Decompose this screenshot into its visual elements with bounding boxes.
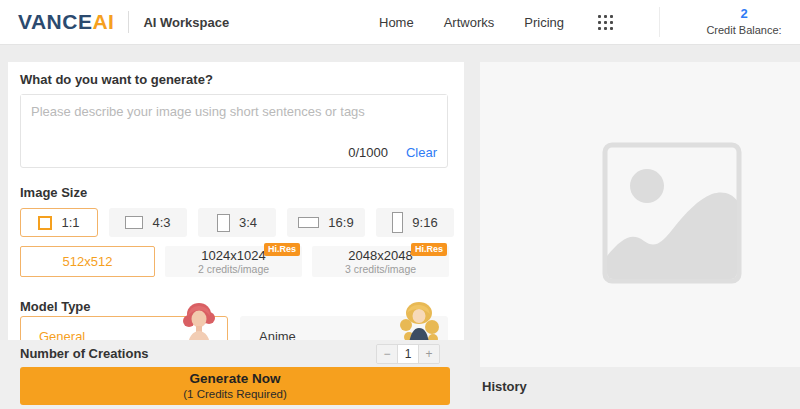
- nav-home[interactable]: Home: [379, 15, 414, 30]
- portrait-ratio-icon: [217, 214, 230, 232]
- credit-balance-label: Credit Balance:: [694, 23, 794, 37]
- aspect-label: 4:3: [152, 215, 170, 230]
- aspect-label: 16:9: [328, 215, 353, 230]
- generate-label: Generate Now: [20, 371, 450, 387]
- wide-ratio-icon: [298, 217, 319, 228]
- resolution-row: 512x512 1024x1024 2 credits/image Hi.Res…: [20, 246, 449, 277]
- resolution-2048-button[interactable]: 2048x2048 3 credits/image Hi.Res: [312, 246, 449, 277]
- generation-panel: What do you want to generate? 0/1000 Cle…: [8, 62, 464, 340]
- preview-panel: [480, 62, 800, 367]
- workspace-title: AI Workspace: [143, 15, 229, 30]
- aspect-label: 3:4: [239, 215, 257, 230]
- generate-now-button[interactable]: Generate Now (1 Credits Required): [20, 367, 450, 405]
- logo-divider: [128, 11, 129, 33]
- aspect-label: 1:1: [61, 215, 79, 230]
- prompt-question: What do you want to generate?: [20, 72, 213, 87]
- nav-pricing[interactable]: Pricing: [524, 15, 564, 30]
- resolution-label: 2048x2048: [348, 249, 412, 263]
- header-nav: Home Artworks Pricing 2 Credit Balance:: [379, 6, 800, 37]
- resolution-label: 512x512: [63, 255, 113, 269]
- generate-credits-note: (1 Credits Required): [20, 387, 450, 401]
- aspect-4-3-button[interactable]: 4:3: [109, 208, 187, 237]
- model-type-label: Model Type: [20, 299, 91, 314]
- resolution-credits: 3 credits/image: [345, 263, 416, 275]
- aspect-ratio-row: 1:1 4:3 3:4 16:9 9:16: [20, 208, 454, 237]
- decrease-button[interactable]: −: [377, 345, 397, 363]
- nav-artworks[interactable]: Artworks: [444, 15, 495, 30]
- credit-balance[interactable]: 2 Credit Balance:: [694, 6, 794, 37]
- number-of-creations-label: Number of Creations: [20, 346, 149, 361]
- prompt-box: 0/1000 Clear: [20, 94, 448, 168]
- prompt-footer: 0/1000 Clear: [348, 145, 437, 160]
- apps-grid-icon[interactable]: [598, 15, 613, 30]
- square-ratio-icon: [38, 216, 52, 230]
- resolution-1024-button[interactable]: 1024x1024 2 credits/image Hi.Res: [165, 246, 302, 277]
- prompt-input[interactable]: [21, 95, 447, 141]
- top-bar: VANCE AI AI Workspace Home Artworks Pric…: [0, 0, 800, 45]
- clear-button[interactable]: Clear: [406, 145, 437, 160]
- vanceai-logo[interactable]: VANCE AI: [18, 10, 114, 34]
- generation-footer: Number of Creations − 1 + Generate Now (…: [0, 340, 470, 409]
- credit-balance-value: 2: [694, 6, 794, 23]
- image-size-label: Image Size: [20, 185, 87, 200]
- resolution-credits: 2 credits/image: [198, 263, 269, 275]
- increase-button[interactable]: +: [419, 345, 439, 363]
- landscape-ratio-icon: [125, 216, 143, 229]
- logo-ai: AI: [92, 10, 114, 34]
- creations-value: 1: [397, 345, 419, 363]
- aspect-label: 9:16: [412, 215, 437, 230]
- history-section-label: History: [482, 379, 527, 394]
- resolution-label: 1024x1024: [201, 249, 265, 263]
- resolution-512-button[interactable]: 512x512: [20, 246, 155, 277]
- aspect-1-1-button[interactable]: 1:1: [20, 208, 98, 237]
- creations-stepper: − 1 +: [376, 344, 440, 364]
- aspect-16-9-button[interactable]: 16:9: [287, 208, 365, 237]
- image-placeholder-icon: [602, 142, 742, 284]
- aspect-9-16-button[interactable]: 9:16: [376, 208, 454, 237]
- aspect-3-4-button[interactable]: 3:4: [198, 208, 276, 237]
- logo-vance: VANCE: [18, 10, 92, 34]
- app-window: VANCE AI AI Workspace Home Artworks Pric…: [0, 0, 800, 409]
- tall-ratio-icon: [392, 212, 403, 233]
- char-counter: 0/1000: [348, 145, 388, 160]
- header-divider: [659, 7, 660, 37]
- hires-badge: Hi.Res: [264, 243, 300, 256]
- hires-badge: Hi.Res: [411, 243, 447, 256]
